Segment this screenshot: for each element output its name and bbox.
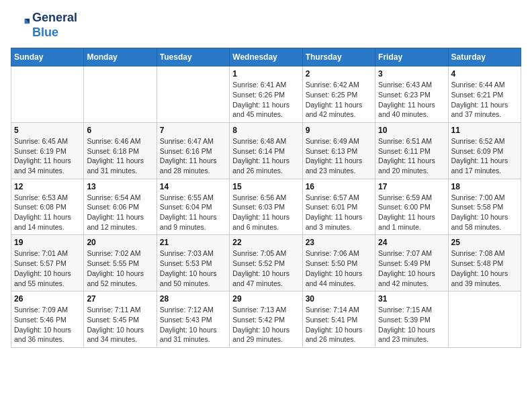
day-info: Sunrise: 7:01 AM Sunset: 5:57 PM Dayligh… [14,248,81,288]
day-info: Sunrise: 6:56 AM Sunset: 6:03 PM Dayligh… [232,193,299,232]
day-number: 14 [160,182,226,191]
day-cell: 27Sunrise: 7:11 AM Sunset: 5:45 PM Dayli… [84,291,157,348]
header-cell-thursday: Thursday [302,48,375,66]
day-number: 30 [306,294,372,304]
day-cell: 24Sunrise: 7:07 AM Sunset: 5:49 PM Dayli… [375,235,448,291]
day-info: Sunrise: 7:02 AM Sunset: 5:55 PM Dayligh… [87,248,153,288]
day-info: Sunrise: 6:53 AM Sunset: 6:08 PM Dayligh… [14,193,81,232]
day-info: Sunrise: 7:15 AM Sunset: 5:39 PM Dayligh… [378,305,445,345]
day-cell: 23Sunrise: 7:06 AM Sunset: 5:50 PM Dayli… [302,235,375,291]
day-cell: 18Sunrise: 7:00 AM Sunset: 5:58 PM Dayli… [448,179,521,235]
day-cell: 14Sunrise: 6:55 AM Sunset: 6:04 PM Dayli… [157,179,229,235]
day-cell: 2Sunrise: 6:42 AM Sunset: 6:25 PM Daylig… [302,66,375,123]
day-info: Sunrise: 6:57 AM Sunset: 6:01 PM Dayligh… [306,193,372,232]
day-info: Sunrise: 7:00 AM Sunset: 5:58 PM Dayligh… [451,193,518,232]
day-number: 16 [306,182,372,191]
day-number: 12 [14,182,81,191]
day-cell: 30Sunrise: 7:14 AM Sunset: 5:41 PM Dayli… [302,291,375,348]
day-cell: 16Sunrise: 6:57 AM Sunset: 6:01 PM Dayli… [302,179,375,235]
day-number: 22 [232,238,299,247]
day-number: 1 [232,69,299,79]
day-number: 31 [378,294,445,304]
day-number: 18 [451,182,518,191]
day-number: 5 [14,126,81,135]
day-info: Sunrise: 7:14 AM Sunset: 5:41 PM Dayligh… [306,305,372,345]
day-cell: 25Sunrise: 7:08 AM Sunset: 5:48 PM Dayli… [448,235,521,291]
day-number: 10 [378,126,445,135]
week-row-1: 1Sunrise: 6:41 AM Sunset: 6:26 PM Daylig… [11,66,521,123]
day-number: 3 [378,69,445,79]
day-cell: 11Sunrise: 6:52 AM Sunset: 6:09 PM Dayli… [448,122,521,179]
day-info: Sunrise: 7:07 AM Sunset: 5:49 PM Dayligh… [378,248,445,288]
day-info: Sunrise: 6:59 AM Sunset: 6:00 PM Dayligh… [378,193,445,232]
day-cell: 21Sunrise: 7:03 AM Sunset: 5:53 PM Dayli… [157,235,229,291]
day-number: 15 [232,182,299,191]
day-number: 11 [451,126,518,135]
header-cell-friday: Friday [375,48,448,66]
day-info: Sunrise: 6:52 AM Sunset: 6:09 PM Dayligh… [451,136,518,176]
day-number: 19 [14,238,81,247]
day-info: Sunrise: 7:11 AM Sunset: 5:45 PM Dayligh… [87,305,153,345]
header-cell-saturday: Saturday [448,48,521,66]
day-number: 20 [87,238,153,247]
day-info: Sunrise: 6:46 AM Sunset: 6:18 PM Dayligh… [87,136,153,176]
day-info: Sunrise: 6:48 AM Sunset: 6:14 PM Dayligh… [232,136,299,176]
week-row-5: 26Sunrise: 7:09 AM Sunset: 5:46 PM Dayli… [11,291,521,348]
day-cell: 8Sunrise: 6:48 AM Sunset: 6:14 PM Daylig… [230,122,302,179]
day-info: Sunrise: 7:09 AM Sunset: 5:46 PM Dayligh… [14,305,81,345]
day-cell: 5Sunrise: 6:45 AM Sunset: 6:19 PM Daylig… [11,122,84,179]
day-number: 8 [232,126,299,135]
day-cell: 1Sunrise: 6:41 AM Sunset: 6:26 PM Daylig… [230,66,302,123]
day-number: 24 [378,238,445,247]
day-cell: 20Sunrise: 7:02 AM Sunset: 5:55 PM Dayli… [84,235,157,291]
logo-text-line1: General [32,11,77,26]
day-cell: 31Sunrise: 7:15 AM Sunset: 5:39 PM Dayli… [375,291,448,348]
day-number: 28 [160,294,226,304]
day-cell: 3Sunrise: 6:43 AM Sunset: 6:23 PM Daylig… [375,66,448,123]
logo-icon [11,16,30,35]
day-info: Sunrise: 6:51 AM Sunset: 6:11 PM Dayligh… [378,136,445,176]
day-number: 25 [451,238,518,247]
day-info: Sunrise: 6:55 AM Sunset: 6:04 PM Dayligh… [160,193,226,232]
header-cell-monday: Monday [84,48,157,66]
day-cell: 6Sunrise: 6:46 AM Sunset: 6:18 PM Daylig… [84,122,157,179]
logo-text-line2: Blue [32,26,77,40]
calendar-table: SundayMondayTuesdayWednesdayThursdayFrid… [11,48,521,348]
day-number: 7 [160,126,226,135]
day-cell [448,291,521,348]
day-cell: 13Sunrise: 6:54 AM Sunset: 6:06 PM Dayli… [84,179,157,235]
logo: General Blue [11,11,77,40]
day-info: Sunrise: 6:41 AM Sunset: 6:26 PM Dayligh… [232,80,299,120]
day-cell: 29Sunrise: 7:13 AM Sunset: 5:42 PM Dayli… [230,291,302,348]
day-cell [157,66,229,123]
day-cell: 22Sunrise: 7:05 AM Sunset: 5:52 PM Dayli… [230,235,302,291]
day-info: Sunrise: 7:03 AM Sunset: 5:53 PM Dayligh… [160,248,226,288]
day-cell: 7Sunrise: 6:47 AM Sunset: 6:16 PM Daylig… [157,122,229,179]
day-cell: 4Sunrise: 6:44 AM Sunset: 6:21 PM Daylig… [448,66,521,123]
day-cell: 9Sunrise: 6:49 AM Sunset: 6:13 PM Daylig… [302,122,375,179]
header-cell-wednesday: Wednesday [230,48,302,66]
day-number: 26 [14,294,81,304]
week-row-2: 5Sunrise: 6:45 AM Sunset: 6:19 PM Daylig… [11,122,521,179]
day-cell: 17Sunrise: 6:59 AM Sunset: 6:00 PM Dayli… [375,179,448,235]
header-cell-sunday: Sunday [11,48,84,66]
day-cell: 19Sunrise: 7:01 AM Sunset: 5:57 PM Dayli… [11,235,84,291]
calendar-header: SundayMondayTuesdayWednesdayThursdayFrid… [11,48,521,66]
day-number: 13 [87,182,153,191]
header-row: SundayMondayTuesdayWednesdayThursdayFrid… [11,48,521,66]
day-info: Sunrise: 7:13 AM Sunset: 5:42 PM Dayligh… [232,305,299,345]
day-cell: 28Sunrise: 7:12 AM Sunset: 5:43 PM Dayli… [157,291,229,348]
week-row-3: 12Sunrise: 6:53 AM Sunset: 6:08 PM Dayli… [11,179,521,235]
calendar-body: 1Sunrise: 6:41 AM Sunset: 6:26 PM Daylig… [11,66,521,348]
day-number: 21 [160,238,226,247]
day-number: 17 [378,182,445,191]
day-info: Sunrise: 6:54 AM Sunset: 6:06 PM Dayligh… [87,193,153,232]
day-number: 29 [232,294,299,304]
day-info: Sunrise: 6:45 AM Sunset: 6:19 PM Dayligh… [14,136,81,176]
day-info: Sunrise: 6:44 AM Sunset: 6:21 PM Dayligh… [451,80,518,120]
day-cell [11,66,84,123]
day-cell: 10Sunrise: 6:51 AM Sunset: 6:11 PM Dayli… [375,122,448,179]
day-cell: 15Sunrise: 6:56 AM Sunset: 6:03 PM Dayli… [230,179,302,235]
day-cell: 12Sunrise: 6:53 AM Sunset: 6:08 PM Dayli… [11,179,84,235]
day-info: Sunrise: 6:42 AM Sunset: 6:25 PM Dayligh… [306,80,372,120]
